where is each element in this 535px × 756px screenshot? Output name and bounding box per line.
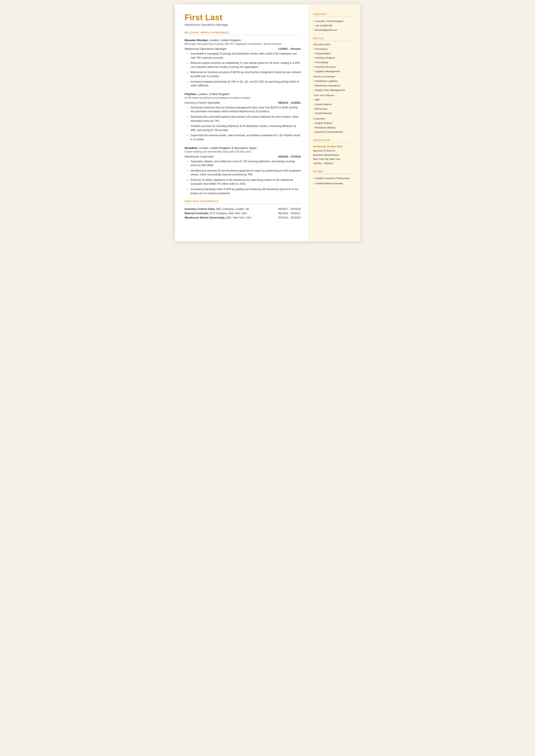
edu-degree: Bachelor of Science bbox=[313, 149, 355, 153]
role-row: Warehouse Supervisor 06/2018 – 07/2019 bbox=[185, 155, 301, 158]
bullet-item: Supervised the inventory levels, sales f… bbox=[187, 133, 301, 141]
skill-group-title-technical: Technical Skills: bbox=[313, 43, 355, 46]
other-item: Certified Inventory Professional. bbox=[313, 176, 355, 181]
company-location: London, United Kingdom bbox=[197, 93, 230, 96]
role-dates: 11/2021 – Present bbox=[278, 47, 301, 50]
prev-exp-role: Inventory Control Clerk, ABC Company, Lo… bbox=[185, 207, 254, 211]
contact-location: Coventry, United Kingdom bbox=[313, 19, 355, 23]
bullet-item: Increased productivity north of 59% by g… bbox=[187, 187, 301, 195]
prev-exp-dates: 06/2017 – 05/2018 bbox=[254, 207, 301, 211]
candidate-title: Warehouse Operations Manager bbox=[185, 23, 301, 26]
contact-email: first.last@gmail.com bbox=[313, 28, 355, 32]
company-name: Polyhire, bbox=[185, 93, 197, 96]
company-resume-worded: Resume Worded, London, United Kingdom Be… bbox=[185, 38, 301, 88]
bullet-item: Enforced 15 safety regulations in the wa… bbox=[187, 178, 301, 186]
company-header: Growthsi, London, United Kingdom & Barce… bbox=[185, 146, 301, 150]
bullet-list: Introduced measures that cut inventory m… bbox=[187, 106, 301, 142]
company-name: Growthsi, bbox=[185, 146, 198, 150]
table-row: Inventory Control Clerk, ABC Company, Lo… bbox=[185, 207, 301, 211]
contact-phone: +44 123456789 bbox=[313, 23, 355, 28]
company-polyhire: Polyhire, London, United Kingdom NYSE-li… bbox=[185, 92, 301, 142]
company-location: London, United Kingdom & Barcelona, Spai… bbox=[198, 146, 257, 150]
bullet-item: Developed five automated systems that tr… bbox=[187, 115, 301, 123]
edu-field: Business Administration bbox=[313, 153, 355, 157]
name-block: First Last Warehouse Operations Manager bbox=[185, 13, 301, 26]
skills-title: SKILLS bbox=[313, 37, 355, 41]
company-location: London, United Kingdom bbox=[208, 39, 241, 42]
skill-item: Inventory Accuracy bbox=[313, 65, 355, 69]
bullet-item: Reduced surplus inventory by establishin… bbox=[187, 61, 301, 69]
skill-item: SAP bbox=[313, 98, 355, 102]
prev-exp-dates: 07/2014 – 05/2015 bbox=[254, 215, 301, 220]
prev-exp-role: Material Controller, XYZ Company, New Yo… bbox=[185, 211, 254, 215]
candidate-name: First Last bbox=[185, 13, 301, 22]
company-name: Resume Worded, bbox=[185, 39, 208, 42]
bullet-list: Separated, labeled, and verified the cou… bbox=[187, 159, 301, 195]
skill-item: Forecasting bbox=[313, 60, 355, 65]
role-dates: 08/2019 – 10/2021 bbox=[278, 101, 300, 104]
skill-item: MS Access bbox=[313, 107, 355, 111]
table-row: Warehouse Worker (Internship), ABC, New … bbox=[185, 215, 301, 220]
work-experience-title: RELEVANT WORK EXPERIENCE bbox=[185, 31, 301, 35]
edu-location: New York City, New York bbox=[313, 157, 355, 161]
bullet-item: Succeeded in managing 15 storage and dis… bbox=[187, 52, 301, 60]
skill-group-title-languages: Languages: bbox=[313, 117, 355, 120]
skill-item: Romanian (Native) bbox=[313, 126, 355, 130]
bullet-item: Created a process for receiving shipment… bbox=[187, 124, 301, 132]
skill-item: English (Native) bbox=[313, 121, 355, 126]
table-row: Material Controller, XYZ Company, New Yo… bbox=[185, 211, 301, 215]
skill-item: Logistics Management bbox=[313, 69, 355, 74]
education-title: EDUCATION bbox=[313, 139, 355, 143]
left-column: First Last Warehouse Operations Manager … bbox=[175, 4, 309, 241]
company-description: Beverage manaufactring company with 50+ … bbox=[185, 42, 301, 45]
contact-section: CONTACT Coventry, United Kingdom +44 123… bbox=[313, 13, 355, 32]
other-section: OTHER Certified Inventory Professional. … bbox=[313, 170, 355, 185]
bullet-list: Succeeded in managing 15 storage and dis… bbox=[187, 52, 301, 88]
skill-item: Supply Chain Management bbox=[313, 88, 355, 93]
work-experience-section: RELEVANT WORK EXPERIENCE Resume Worded, … bbox=[185, 31, 301, 195]
skill-item: Distribution Logistics bbox=[313, 79, 355, 83]
bullet-item: Identified and removed 32 non-functional… bbox=[187, 169, 301, 177]
contact-title: CONTACT bbox=[313, 13, 355, 17]
resume-page: First Last Warehouse Operations Manager … bbox=[175, 4, 360, 241]
prev-exp-dates: 06/2016 – 05/2017 bbox=[254, 211, 301, 215]
company-header: Polyhire, London, United Kingdom bbox=[185, 92, 301, 96]
role-dates: 06/2018 – 07/2019 bbox=[278, 155, 300, 158]
edu-school: University of New York bbox=[313, 145, 355, 148]
role-title: Warehouse Operations Manager bbox=[185, 47, 227, 50]
previous-experience-section: PREVIOUS EXPERIENCE Inventory Control Cl… bbox=[185, 200, 301, 220]
bullet-item: Introduced measures that cut inventory m… bbox=[187, 106, 301, 114]
role-title: Warehouse Supervisor bbox=[185, 155, 214, 158]
other-item: Certified Material Handler. bbox=[313, 182, 355, 186]
skill-item: Spanish (Conversational) bbox=[313, 130, 355, 134]
company-header: Resume Worded, London, United Kingdom bbox=[185, 38, 301, 42]
role-row: Warehouse Operations Manager 11/2021 – P… bbox=[185, 47, 301, 50]
previous-experience-title: PREVIOUS EXPERIENCE bbox=[185, 200, 301, 204]
skill-group-title-industry: Industry Knowledge: bbox=[313, 75, 355, 78]
prev-exp-role: Warehouse Worker (Internship), ABC, New … bbox=[185, 215, 254, 220]
skill-item: Warehouse Operations bbox=[313, 83, 355, 88]
role-row: Inventory Control Specialist 08/2019 – 1… bbox=[185, 101, 301, 104]
bullet-item: Increased company productivity by 79% in… bbox=[187, 80, 301, 88]
role-title: Inventory Control Specialist bbox=[185, 101, 220, 104]
right-column: CONTACT Coventry, United Kingdom +44 123… bbox=[309, 4, 360, 241]
skill-item: Oracle Reports bbox=[313, 102, 355, 107]
other-title: OTHER bbox=[313, 170, 355, 174]
skill-item: Purchasing bbox=[313, 47, 355, 51]
company-description: NYSE-listed recruitment and employer bra… bbox=[185, 96, 301, 99]
edu-dates: 10/2011 - 06/2014 bbox=[313, 161, 355, 166]
skill-item: Inventory Analysis bbox=[313, 56, 355, 60]
bullet-item: Separated, labeled, and verified the cou… bbox=[187, 159, 301, 167]
company-description: Career training and membership SaaS with… bbox=[185, 150, 301, 153]
skill-item: Transportation bbox=[313, 51, 355, 56]
education-section: EDUCATION University of New York Bachelo… bbox=[313, 139, 355, 165]
company-growthsi: Growthsi, London, United Kingdom & Barce… bbox=[185, 146, 301, 195]
skill-group-title-tools: Tools and Software: bbox=[313, 94, 355, 97]
skill-item: Crystal Reports bbox=[313, 111, 355, 116]
previous-experience-table: Inventory Control Clerk, ABC Company, Lo… bbox=[185, 207, 301, 220]
bullet-item: Maintained an inventory accuracy of 88.9… bbox=[187, 70, 301, 78]
skills-section: SKILLS Technical Skills: Purchasing Tran… bbox=[313, 37, 355, 134]
